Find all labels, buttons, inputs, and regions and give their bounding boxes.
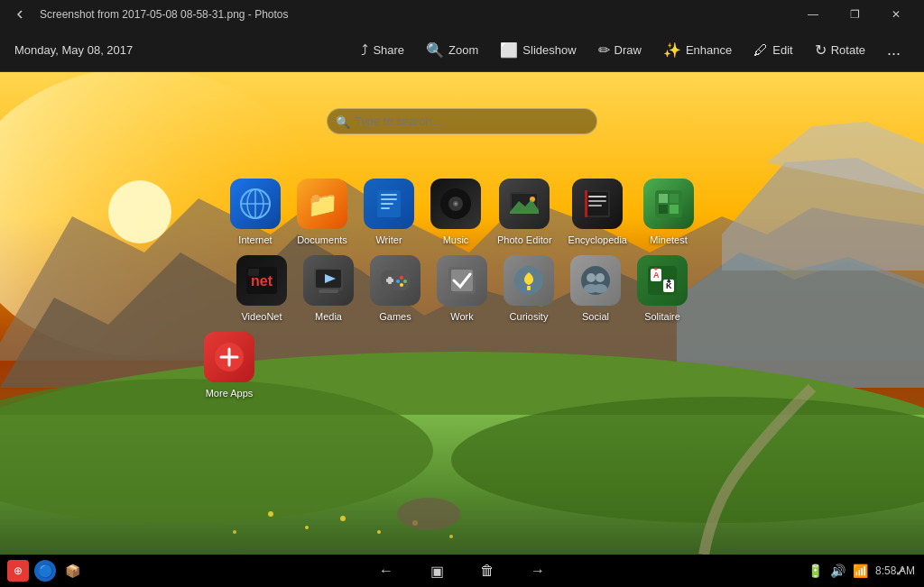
nav-back-button[interactable]: ← xyxy=(370,555,402,587)
taskbar-icon-2[interactable]: 🔵 xyxy=(34,560,56,582)
app-documents[interactable]: 📁 Documents xyxy=(293,171,351,252)
encyclopedia-label: Encyclopedia xyxy=(568,234,627,245)
edit-button[interactable]: 🖊 Edit xyxy=(744,37,801,64)
photo-editor-label: Photo Editor xyxy=(497,234,552,245)
app-media[interactable]: Media xyxy=(300,248,357,329)
app-more-apps[interactable]: More Apps xyxy=(200,325,258,406)
main-content: 🔍 Internet 📁 Documents Writer xyxy=(0,72,924,555)
app-row-3: More Apps xyxy=(200,325,724,406)
internet-icon xyxy=(230,179,281,229)
slideshow-button[interactable]: ⬜ Slideshow xyxy=(491,36,585,64)
edit-icon: 🖊 xyxy=(753,42,768,59)
share-button[interactable]: ⤴ Share xyxy=(352,37,413,64)
more-button[interactable]: ... xyxy=(878,35,910,65)
svg-rect-27 xyxy=(381,203,393,205)
rotate-button[interactable]: ↻ Rotate xyxy=(806,36,874,64)
videonet-icon: net xyxy=(236,255,287,306)
app-minetest[interactable]: Minetest xyxy=(640,171,698,252)
svg-rect-53 xyxy=(319,289,338,293)
svg-point-61 xyxy=(396,280,400,283)
draw-icon: ✏ xyxy=(598,41,610,59)
app-work[interactable]: Work xyxy=(433,248,491,329)
svg-rect-57 xyxy=(386,279,393,282)
app-row-2: net VideoNet Media Games Work xyxy=(233,248,691,329)
taskbar-icon-1[interactable]: ⊕ xyxy=(7,560,29,582)
search-bar: 🔍 xyxy=(327,108,597,134)
more-apps-label: More Apps xyxy=(206,388,254,399)
solitaire-icon: A♠K♣ xyxy=(637,255,688,306)
expand-button[interactable]: ⤢ xyxy=(884,555,917,587)
slideshow-icon: ⬜ xyxy=(500,41,518,59)
svg-rect-39 xyxy=(588,196,606,197)
solitaire-label: Solitaire xyxy=(644,311,680,322)
draw-label: Draw xyxy=(614,43,642,57)
music-label: Music xyxy=(443,234,469,245)
nav-forward-button[interactable]: → xyxy=(522,555,554,587)
internet-label: Internet xyxy=(238,234,272,245)
zoom-button[interactable]: 🔍 Zoom xyxy=(417,36,487,64)
app-social[interactable]: Social xyxy=(567,248,624,329)
titlebar: Screenshot from 2017-05-08 08-58-31.png … xyxy=(0,0,924,29)
minetest-label: Minetest xyxy=(650,234,688,245)
svg-point-67 xyxy=(587,273,596,282)
videonet-label: VideoNet xyxy=(241,311,282,322)
svg-point-13 xyxy=(305,526,309,529)
slideshow-label: Slideshow xyxy=(522,43,576,57)
nav-delete-button[interactable]: 🗑 xyxy=(471,555,504,587)
social-label: Social xyxy=(582,311,609,322)
minimize-button[interactable]: — xyxy=(792,0,834,29)
svg-rect-65 xyxy=(527,286,531,290)
app-internet[interactable]: Internet xyxy=(226,171,284,252)
app-music[interactable]: Music xyxy=(427,171,485,252)
svg-point-32 xyxy=(455,203,457,206)
svg-point-19 xyxy=(397,498,460,530)
svg-point-60 xyxy=(400,283,403,287)
svg-point-17 xyxy=(449,535,453,538)
svg-rect-40 xyxy=(588,200,606,202)
nav-window-button[interactable]: ▣ xyxy=(420,555,453,587)
app-videonet[interactable]: net VideoNet xyxy=(233,248,291,329)
app-writer[interactable]: Writer xyxy=(360,171,418,252)
window-title: Screenshot from 2017-05-08 08-58-31.png … xyxy=(40,8,792,21)
svg-point-58 xyxy=(400,276,403,280)
music-icon xyxy=(430,179,481,229)
app-solitaire[interactable]: A♠K♣ Solitaire xyxy=(633,248,691,329)
svg-rect-25 xyxy=(381,194,397,196)
work-icon xyxy=(437,255,487,306)
svg-text:♠: ♠ xyxy=(654,265,658,271)
share-icon: ⤴ xyxy=(361,42,368,59)
svg-rect-26 xyxy=(381,198,397,200)
search-icon: 🔍 xyxy=(336,115,350,128)
svg-point-2 xyxy=(108,180,171,243)
rotate-label: Rotate xyxy=(831,43,865,57)
work-label: Work xyxy=(450,311,473,322)
share-label: Share xyxy=(373,43,404,57)
app-encyclopedia[interactable]: Encyclopedia xyxy=(565,171,631,252)
svg-rect-50 xyxy=(248,269,259,276)
date-label: Monday, May 08, 2017 xyxy=(14,43,352,57)
curiosity-label: Curiosity xyxy=(510,311,549,322)
photo-editor-icon xyxy=(499,179,550,229)
media-icon xyxy=(303,255,354,306)
app-games[interactable]: Games xyxy=(366,248,424,329)
app-photo-editor[interactable]: Photo Editor xyxy=(494,171,556,252)
enhance-button[interactable]: ✨ Enhance xyxy=(654,36,741,64)
window-controls: — ❐ ✕ xyxy=(792,0,917,29)
search-input[interactable] xyxy=(327,108,597,134)
svg-rect-46 xyxy=(659,205,668,214)
app-curiosity[interactable]: Curiosity xyxy=(500,248,558,329)
wifi-icon[interactable]: 📶 xyxy=(853,564,868,578)
svg-point-12 xyxy=(268,511,273,517)
back-button[interactable] xyxy=(7,2,32,27)
volume-icon[interactable]: 🔊 xyxy=(830,564,845,578)
bottom-bar: ⊕ 🔵 📦 ← ▣ 🗑 → 🔋 🔊 📶 8:58 AM ⤢ xyxy=(0,555,924,587)
enhance-label: Enhance xyxy=(686,43,732,57)
maximize-button[interactable]: ❐ xyxy=(834,0,875,29)
taskbar-icon-3[interactable]: 📦 xyxy=(61,560,83,582)
minetest-icon xyxy=(643,179,694,229)
svg-rect-45 xyxy=(670,194,679,203)
toolbar: Monday, May 08, 2017 ⤴ Share 🔍 Zoom ⬜ Sl… xyxy=(0,29,924,72)
svg-rect-28 xyxy=(381,207,390,209)
close-button[interactable]: ✕ xyxy=(875,0,917,29)
draw-button[interactable]: ✏ Draw xyxy=(589,36,651,64)
